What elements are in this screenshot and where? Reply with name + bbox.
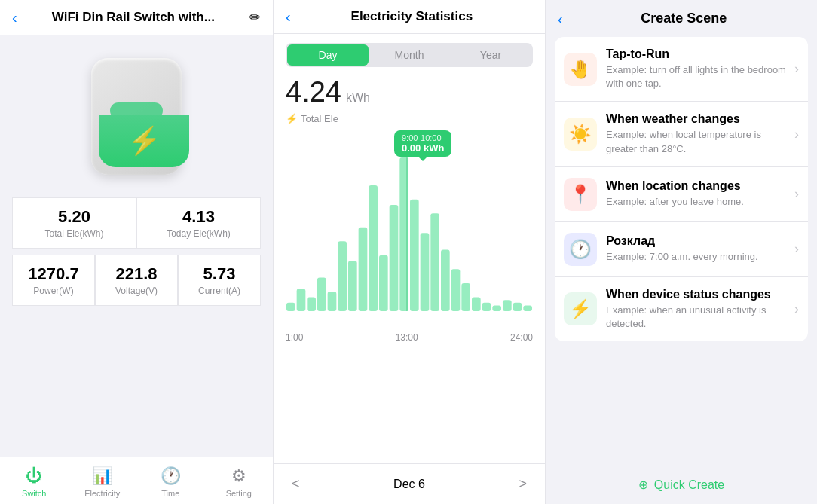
nav-switch-label: Switch	[22, 489, 46, 498]
device-back-button[interactable]: ‹	[12, 10, 17, 25]
chevron-right-icon: ›	[794, 186, 799, 202]
scene-item[interactable]: ☀️When weather changesExample: when loca…	[555, 102, 808, 166]
current-date: Dec 6	[393, 478, 425, 491]
tooltip-time: 9:00-10:00	[402, 133, 444, 142]
svg-rect-20	[492, 306, 501, 311]
tooltip-value: 0.00 kWh	[402, 142, 444, 154]
chevron-right-icon: ›	[794, 301, 799, 317]
edit-button[interactable]: ✏	[249, 9, 261, 26]
electricity-icon: 📊	[92, 466, 112, 486]
total-ele-value: 5.20	[58, 207, 90, 227]
device-content: ⚡ 5.20 Total Ele(kWh) 4.13 Today Ele(kWh…	[0, 35, 273, 457]
scene-item-name: When weather changes	[606, 112, 794, 126]
today-ele-value: 4.13	[182, 207, 215, 227]
tab-month[interactable]: Month	[369, 44, 450, 66]
voltage-value: 221.8	[115, 264, 157, 284]
nav-electricity-label: Electricity	[84, 489, 120, 498]
scene-item-icon: 🕐	[564, 233, 597, 266]
svg-rect-7	[359, 228, 368, 311]
svg-rect-15	[441, 249, 450, 311]
svg-rect-6	[348, 261, 357, 311]
tab-year[interactable]: Year	[450, 44, 531, 66]
scene-item-icon: 📍	[564, 178, 597, 211]
kwh-value-row: 4.24 kWh	[286, 76, 533, 108]
svg-rect-5	[338, 241, 347, 311]
kwh-number: 4.24	[286, 76, 341, 108]
chevron-right-icon: ›	[794, 241, 799, 257]
tab-day[interactable]: Day	[287, 44, 369, 66]
xaxis-end: 24:00	[510, 332, 533, 343]
electricity-back-button[interactable]: ‹	[286, 9, 291, 24]
scene-item-desc: Example: when local temperature is great…	[606, 128, 794, 155]
svg-rect-12	[410, 200, 419, 311]
xaxis-mid: 13:00	[396, 332, 418, 343]
date-prev-button[interactable]: <	[286, 473, 306, 495]
nav-time[interactable]: 🕐 Time	[136, 463, 205, 501]
scene-panel: ‹ Create Scene 🤚Tap-to-RunExample: turn …	[546, 0, 817, 504]
scene-back-button[interactable]: ‹	[558, 11, 563, 26]
date-next-button[interactable]: >	[513, 473, 533, 495]
stats-bottom-grid: 1270.7 Power(W) 221.8 Voltage(V) 5.73 Cu…	[12, 255, 261, 306]
stats-top-grid: 5.20 Total Ele(kWh) 4.13 Today Ele(kWh)	[12, 197, 261, 249]
device-panel: ‹ WiFi Din Rail Switch with... ✏ ⚡ 5.20 …	[0, 0, 273, 504]
tab-group: Day Month Year	[286, 43, 533, 67]
scene-item[interactable]: ⚡When device status changesExample: when…	[555, 277, 808, 341]
nav-time-label: Time	[161, 489, 179, 498]
chevron-right-icon: ›	[794, 61, 799, 77]
kwh-display: 4.24 kWh	[274, 73, 545, 111]
today-ele-label: Today Ele(kWh)	[167, 228, 231, 239]
switch-icon: ⏻	[26, 466, 42, 486]
svg-rect-17	[461, 283, 470, 311]
svg-rect-1	[297, 289, 306, 311]
scene-item-desc: Example: turn off all lights in the bedr…	[606, 63, 794, 90]
scene-item-name: When location changes	[606, 179, 794, 193]
chart-xaxis: 1:00 13:00 24:00	[286, 329, 533, 346]
nav-electricity[interactable]: 📊 Electricity	[69, 463, 137, 501]
scene-item-icon: ⚡	[564, 292, 597, 325]
svg-rect-3	[317, 277, 326, 311]
svg-rect-9	[379, 255, 388, 311]
svg-rect-16	[451, 269, 461, 311]
xaxis-start: 1:00	[286, 332, 303, 343]
electricity-title: Electricity Statistics	[291, 9, 533, 24]
svg-rect-10	[390, 205, 399, 311]
device-title: WiFi Din Rail Switch with...	[17, 10, 249, 25]
scene-item-desc: Example: when an unusual activity is det…	[606, 304, 794, 331]
power-label: Power(W)	[33, 286, 73, 296]
current-value: 5.73	[203, 264, 236, 284]
device-header: ‹ WiFi Din Rail Switch with... ✏	[0, 0, 273, 35]
nav-setting[interactable]: ⚙ Setting	[205, 463, 274, 501]
scene-header: ‹ Create Scene	[546, 0, 817, 37]
scene-item-info: When location changesExample: after you …	[606, 179, 794, 209]
electricity-header: ‹ Electricity Statistics	[274, 0, 545, 34]
scene-item[interactable]: 🤚Tap-to-RunExample: turn off all lights …	[555, 37, 808, 102]
scene-item-name: Розклад	[606, 234, 794, 248]
scene-item-name: When device status changes	[606, 288, 794, 301]
scene-item-info: РозкладExample: 7:00 a.m. every morning.	[606, 234, 794, 264]
nav-switch[interactable]: ⏻ Switch	[0, 463, 69, 501]
scene-item[interactable]: 📍When location changesExample: after you…	[555, 167, 808, 222]
scene-list: 🤚Tap-to-RunExample: turn off all lights …	[546, 37, 817, 466]
time-icon: 🕐	[161, 466, 181, 486]
svg-rect-2	[307, 297, 316, 311]
electricity-panel: ‹ Electricity Statistics Day Month Year …	[273, 0, 546, 504]
scene-item-icon: ☀️	[564, 118, 597, 151]
svg-rect-14	[430, 213, 439, 311]
scene-item-desc: Example: 7:00 a.m. every morning.	[606, 250, 794, 264]
chart-container: 9:00-10:00 0.00 kWh 1:00 13:00 24:00	[274, 130, 545, 463]
nav-setting-label: Setting	[226, 489, 252, 498]
quick-create-label: Quick Create	[654, 478, 724, 492]
power-value: 1270.7	[28, 264, 78, 284]
current-label: Current(A)	[198, 286, 240, 296]
scene-item[interactable]: 🕐РозкладExample: 7:00 a.m. every morning…	[555, 222, 808, 277]
bar-chart	[286, 130, 533, 326]
power-stat: 1270.7 Power(W)	[12, 255, 95, 306]
svg-rect-22	[513, 303, 522, 311]
total-ele-row: ⚡ Total Ele	[274, 111, 545, 130]
total-ele-text: Total Ele	[301, 113, 338, 124]
scene-item-icon: 🤚	[564, 53, 597, 86]
voltage-stat: 221.8 Voltage(V)	[95, 255, 178, 306]
quick-create-icon: ⊕	[638, 478, 648, 492]
scene-item-info: When weather changesExample: when local …	[606, 112, 794, 155]
quick-create-button[interactable]: ⊕ Quick Create	[546, 466, 817, 504]
